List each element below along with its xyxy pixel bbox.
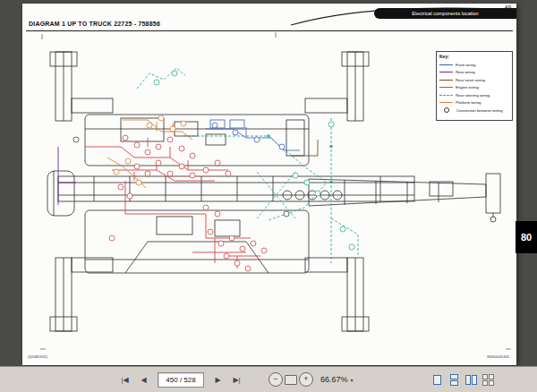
front-wiring	[206, 120, 300, 150]
callout-marker	[203, 167, 209, 173]
callout-marker	[203, 205, 209, 210]
callout-marker	[136, 180, 141, 185]
callout-marker	[224, 253, 229, 259]
wiring-color-sample	[439, 80, 453, 81]
legend-item-label: Platform wiring	[456, 100, 481, 105]
document-number: R0650411405	[487, 354, 509, 359]
callout-marker	[190, 173, 195, 178]
callout-marker	[170, 126, 175, 132]
callout-marker	[349, 244, 354, 250]
callout-marker	[156, 160, 161, 166]
legend-item: Platform wiring	[439, 99, 509, 107]
callout-marker	[179, 146, 184, 151]
wiring-color-sample	[439, 72, 453, 72]
fit-page-icon[interactable]	[285, 375, 297, 385]
callout-marker	[304, 180, 310, 185]
engine-wiring	[85, 138, 260, 268]
callout-marker	[279, 144, 285, 149]
callout-marker	[125, 158, 131, 164]
zoom-in-button[interactable]: +	[299, 372, 313, 387]
continuous-facing-view-icon[interactable]	[482, 374, 494, 386]
callout-marker	[212, 123, 217, 128]
callout-marker	[167, 171, 173, 176]
legend-item-label: Engine wiring	[456, 85, 479, 89]
callout-marker	[158, 115, 164, 121]
callout-marker	[73, 137, 79, 142]
callout-marker	[234, 260, 240, 266]
facing-pages-view-icon[interactable]	[465, 374, 477, 386]
wiring-color-sample	[439, 95, 453, 96]
callout-marker	[172, 71, 177, 76]
callout-marker	[134, 142, 140, 148]
legend-item: Rear wiring	[439, 69, 509, 77]
callout-marker	[215, 160, 220, 166]
wiring-color-sample	[439, 87, 453, 88]
callout-marker	[123, 135, 128, 141]
callout-marker	[284, 211, 289, 217]
callout-marker	[145, 171, 150, 176]
pdf-viewer-window: Electrical components location A9 DIAGRA…	[0, 0, 537, 392]
single-page-view-icon[interactable]	[431, 374, 443, 386]
zoom-dropdown-icon[interactable]: ▾	[351, 377, 354, 383]
legend-items: Front wiringRear wiringRear turret wirin…	[439, 61, 509, 115]
callout-marker	[293, 173, 298, 178]
connection-symbol-icon	[444, 107, 449, 113]
callout-marker	[261, 248, 267, 253]
next-page-button[interactable]: ▶	[209, 371, 226, 388]
callout-marker	[254, 137, 260, 142]
callout-marker	[208, 229, 213, 234]
callout-marker	[127, 193, 132, 199]
callout-marker	[328, 122, 334, 127]
legend-item-label: Rear turret wiring	[456, 78, 485, 82]
legend-title: Key:	[439, 54, 509, 59]
callout-marker	[109, 235, 115, 241]
callout-marker	[114, 169, 119, 175]
legend-item: Rear turret wiring	[439, 76, 509, 84]
wiring-color-sample	[439, 102, 453, 103]
callout-marker	[118, 184, 124, 190]
last-page-button[interactable]: ▶|	[228, 371, 245, 388]
callout-marker	[229, 235, 234, 241]
continuous-view-icon[interactable]	[448, 374, 460, 386]
wiring-color-sample	[439, 64, 453, 65]
callout-marker	[154, 80, 159, 85]
rear-wiring	[58, 147, 76, 205]
callout-marker	[245, 266, 251, 271]
page-number-input[interactable]: 450 / 528	[158, 372, 204, 388]
callout-marker	[233, 130, 238, 135]
callout-marker	[251, 241, 256, 246]
callout-marker	[226, 171, 231, 176]
zoom-out-button[interactable]: −	[268, 372, 283, 387]
viewer-toolbar: |◀ ◀ 450 / 528 ▶ ▶| − + 66.67% ▾	[0, 366, 537, 392]
legend: Key: Front wiringRear wiringRear turret …	[436, 51, 513, 121]
callout-marker	[156, 144, 161, 149]
callout-marker	[134, 164, 140, 169]
callout-marker	[340, 226, 345, 232]
legend-item: Connection between wiring	[439, 107, 509, 115]
callout-marker	[315, 191, 320, 196]
zoom-level[interactable]: 66.67%	[320, 375, 348, 384]
document-page: Electrical components location A9 DIAGRA…	[22, 4, 516, 365]
section-number-tab: 80	[516, 221, 537, 253]
callout-marker	[167, 137, 173, 142]
first-page-button[interactable]: |◀	[116, 371, 133, 388]
callout-marker	[145, 149, 150, 155]
previous-page-button[interactable]: ◀	[135, 371, 152, 388]
legend-item-label: Rear wiring	[456, 70, 475, 74]
legend-item-label: Connection between wiring	[456, 108, 503, 113]
legend-item: Engine wiring	[439, 84, 509, 92]
callout-marker	[190, 153, 195, 158]
legend-item: Rear steering wiring	[439, 91, 509, 99]
callout-marker	[215, 211, 220, 217]
callout-marker	[218, 241, 224, 246]
legend-item: Front wiring	[439, 61, 509, 69]
legend-item-label: Rear steering wiring	[456, 93, 490, 98]
callout-marker	[181, 121, 186, 126]
callout-marker	[240, 246, 245, 251]
legend-item-label: Front wiring	[456, 63, 475, 67]
component-callouts	[73, 71, 354, 271]
revision-date: (10/08/2011)	[28, 354, 47, 359]
callout-marker	[147, 123, 152, 128]
callout-marker	[179, 164, 184, 169]
